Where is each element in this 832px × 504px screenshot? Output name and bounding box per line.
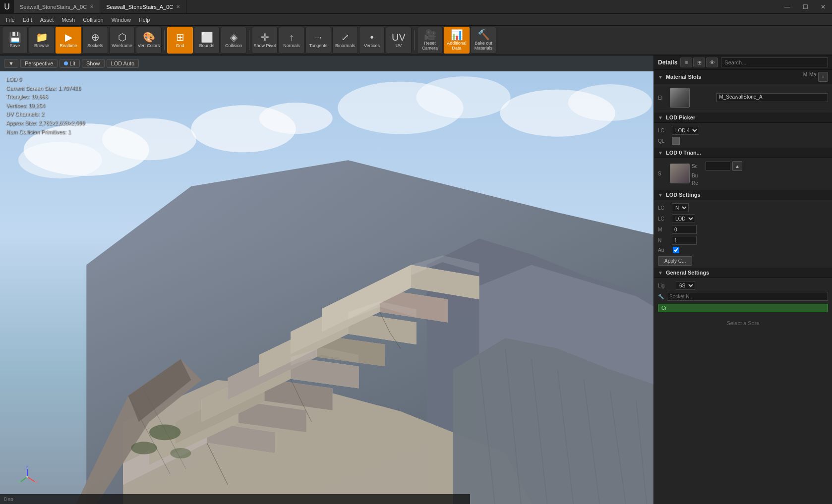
- toolbar-tangents[interactable]: → Tangents: [305, 27, 331, 54]
- toolbar-normals[interactable]: ↑ Normals: [279, 27, 304, 54]
- menu-collision[interactable]: Collision: [79, 14, 108, 25]
- panel-tab-grid[interactable]: ⊞: [693, 57, 705, 67]
- panel-tab-eye[interactable]: 👁: [706, 57, 718, 67]
- toolbar-save[interactable]: 💾 Save: [2, 27, 28, 54]
- material-slots-arrow: ▼: [658, 74, 663, 80]
- viewport-dropdown[interactable]: ▼: [4, 59, 18, 68]
- viewport-info: LOD 0 Current Screen Size: 1.707436 Tria…: [6, 75, 85, 136]
- mat-el-label: El: [658, 95, 668, 101]
- lod-picker-content: LC LOD 4 LOD 0 LOD 1 LOD 2 LOD 3 QL: [654, 123, 832, 148]
- lod-au-row: Au: [658, 246, 828, 254]
- lod-au-checkbox[interactable]: [673, 247, 679, 253]
- lod-picker-row: LC LOD 4 LOD 0 LOD 1 LOD 2 LOD 3: [658, 125, 828, 136]
- mat-thumb-inner: [670, 88, 689, 107]
- cr-btn-container: Cr: [658, 304, 828, 312]
- right-panel: Details ≡ ⊞ 👁 ▼ Material Slots M Ma + E: [654, 56, 832, 504]
- lit-button[interactable]: Lit: [59, 59, 80, 68]
- toolbar-binormals[interactable]: ⤢ Binormals: [332, 27, 358, 54]
- tab-2-close[interactable]: ✕: [176, 4, 180, 9]
- tab-1[interactable]: Seawall_StoneStairs_A_0C ✕: [14, 0, 100, 13]
- tab-1-close[interactable]: ✕: [90, 4, 94, 9]
- lod0-label: LOD 0 Trian...: [666, 150, 701, 156]
- toolbar-realtime[interactable]: ▶ Realtime: [56, 27, 81, 54]
- lod0-header[interactable]: ▼ LOD 0 Trian...: [654, 148, 832, 158]
- viewport[interactable]: ▼ Perspective Lit Show LOD Auto LOD 0 Cu…: [0, 56, 654, 504]
- add-material-slot-button[interactable]: +: [818, 72, 828, 82]
- status-bar: 0 so: [0, 494, 470, 504]
- material-slots-header[interactable]: ▼ Material Slots M Ma +: [654, 70, 832, 84]
- lod-lc2-select[interactable]: LOD: [672, 214, 695, 223]
- mat-thumbnail: [670, 88, 690, 108]
- ql-color-swatch[interactable]: [672, 137, 680, 145]
- lod0-bu-row: Bu: [692, 172, 828, 179]
- toolbar-browse[interactable]: 📁 Browse: [29, 27, 55, 54]
- toolbar-collision[interactable]: ◈ Collision: [221, 27, 246, 54]
- lod-n-input[interactable]: [672, 236, 697, 245]
- lod0-sc-row: Sc 1.0 ▲: [692, 160, 828, 172]
- toolbar-showpivot[interactable]: ✛ Show Pivot: [252, 27, 278, 54]
- toolbar-vertcolors[interactable]: 🎨 Vert Colors: [136, 27, 162, 54]
- svg-point-50: [149, 424, 180, 440]
- panel-tabs: ≡ ⊞ 👁: [680, 57, 718, 67]
- lod0-sc-up[interactable]: ▲: [732, 161, 742, 171]
- mat-name-row: M_SeawallStone_A: [716, 93, 828, 102]
- lit-label: Lit: [69, 60, 75, 66]
- apply-button[interactable]: Apply C...: [658, 256, 692, 266]
- lod-lc1-select[interactable]: N: [672, 203, 689, 212]
- wireframe-icon: ⬡: [118, 32, 126, 42]
- lod0-sc-input[interactable]: 1.0: [706, 162, 730, 170]
- lod0-s-label: S: [658, 171, 668, 176]
- menu-help[interactable]: Help: [135, 14, 154, 25]
- toolbar-collision-label: Collision: [225, 43, 242, 48]
- normals-icon: ↑: [289, 32, 294, 42]
- tab-2[interactable]: Seawall_StoneStairs_A_0C ✕: [100, 0, 186, 13]
- lod-settings-header[interactable]: ▼ LOD Settings: [654, 190, 832, 200]
- lit-dot: [64, 61, 68, 65]
- menu-mesh[interactable]: Mesh: [58, 14, 79, 25]
- toolbar-sockets-label: Sockets: [87, 43, 103, 48]
- vertcolors-icon: 🎨: [143, 32, 155, 42]
- details-search[interactable]: [721, 57, 828, 67]
- svg-point-9: [568, 84, 652, 121]
- maximize-button[interactable]: ☐: [796, 0, 814, 14]
- menu-window[interactable]: Window: [108, 14, 135, 25]
- toolbar-bakeoutmaterials[interactable]: 🔨 Bake out Materials: [471, 27, 496, 54]
- toolbar-grid[interactable]: ⊞ Grid: [167, 27, 193, 54]
- main-area: ▼ Perspective Lit Show LOD Auto LOD 0 Cu…: [0, 56, 832, 504]
- menu-asset[interactable]: Asset: [36, 14, 58, 25]
- lod-settings-content: LC N LC LOD M N Au: [654, 200, 832, 268]
- toolbar-bounds[interactable]: ⬜ Bounds: [194, 27, 220, 54]
- cr-button[interactable]: Cr: [658, 304, 828, 312]
- toolbar-vertices[interactable]: • Vertices: [359, 27, 385, 54]
- tab-strip: Seawall_StoneStairs_A_0C ✕ Seawall_Stone…: [14, 0, 186, 13]
- toolbar-sockets[interactable]: ⊕ Sockets: [82, 27, 108, 54]
- lod-picker-arrow: ▼: [658, 115, 663, 120]
- lod-m-input[interactable]: [672, 225, 697, 234]
- lod-auto-button[interactable]: LOD Auto: [107, 59, 139, 68]
- lig-select[interactable]: 6S: [676, 281, 695, 290]
- general-settings-header[interactable]: ▼ General Settings: [654, 268, 832, 278]
- toolbar-vertcolors-label: Vert Colors: [138, 43, 160, 48]
- toolbar-sep-3: [414, 30, 415, 50]
- socket-name-input[interactable]: [667, 292, 828, 301]
- vertices-icon: •: [370, 32, 373, 42]
- lod-picker-select[interactable]: LOD 4 LOD 0 LOD 1 LOD 2 LOD 3: [672, 126, 699, 135]
- socket-row: 🔧: [658, 291, 828, 302]
- menu-edit[interactable]: Edit: [19, 14, 36, 25]
- perspective-button[interactable]: Perspective: [20, 59, 58, 68]
- minimize-button[interactable]: —: [778, 0, 796, 14]
- status-text: 0 so: [4, 497, 13, 502]
- show-button[interactable]: Show: [82, 59, 105, 68]
- toolbar-additionaldata[interactable]: 📊 Additional Data: [444, 27, 470, 54]
- toolbar-resetcamera[interactable]: 🎥 Reset Camera: [417, 27, 443, 54]
- toolbar-uv[interactable]: UV UV: [386, 27, 412, 54]
- menu-file[interactable]: File: [2, 14, 19, 25]
- resetcamera-icon: 🎥: [424, 30, 436, 40]
- toolbar-wireframe[interactable]: ⬡ Wireframe: [109, 27, 135, 54]
- lod-m-label: M: [658, 227, 670, 232]
- close-button[interactable]: ✕: [814, 0, 832, 14]
- svg-point-52: [170, 448, 191, 458]
- material-name-field[interactable]: M_SeawallStone_A: [716, 93, 828, 102]
- lod-picker-header[interactable]: ▼ LOD Picker: [654, 112, 832, 123]
- panel-tab-list[interactable]: ≡: [680, 57, 692, 67]
